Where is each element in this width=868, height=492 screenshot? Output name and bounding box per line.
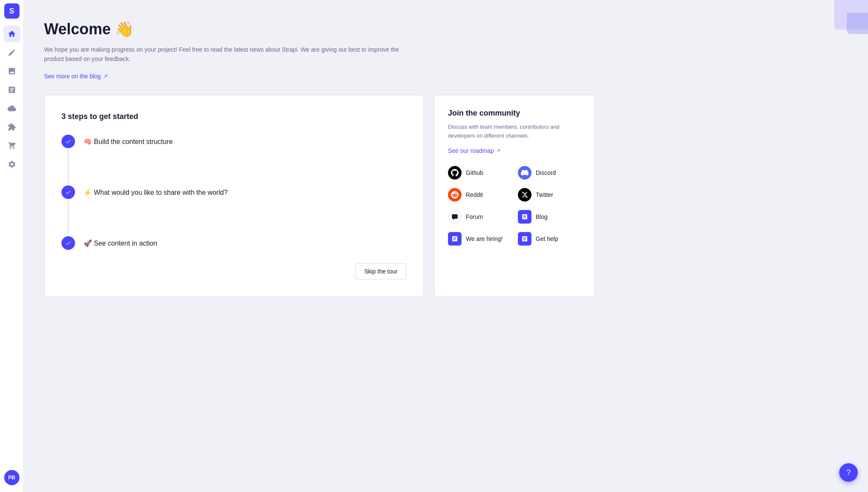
step-text-1: Build the content structure bbox=[94, 138, 172, 145]
sidebar-item-home[interactable] bbox=[3, 25, 20, 42]
reddit-icon bbox=[448, 188, 462, 202]
step-item-1: 🧠 Build the content structure bbox=[61, 135, 406, 185]
sidebar-item-cloud[interactable] bbox=[3, 100, 20, 117]
community-card-desc: Discuss with team members, contributors … bbox=[448, 123, 581, 141]
title-text: Welcome bbox=[44, 20, 111, 38]
roadmap-link-label: See our roadmap bbox=[448, 147, 494, 154]
community-link-hiring[interactable]: We are hiring! bbox=[448, 232, 511, 246]
steps-card-title: 3 steps to get started bbox=[61, 112, 406, 121]
reddit-label: Reddit bbox=[466, 191, 483, 198]
sidebar-item-content[interactable] bbox=[3, 44, 20, 61]
step-text-3: See content in action bbox=[94, 240, 157, 247]
sidebar-item-settings[interactable] bbox=[3, 156, 20, 173]
community-link-help[interactable]: Get help bbox=[518, 232, 581, 246]
step-icon-3: 🚀 bbox=[83, 240, 94, 247]
main-content: Welcome 👋 We hope you are making progres… bbox=[24, 0, 868, 492]
discord-icon bbox=[518, 166, 531, 180]
step-circle-3 bbox=[61, 236, 75, 250]
content-grid: 3 steps to get started 🧠 Build the conte… bbox=[44, 95, 595, 297]
blog-label: Blog bbox=[536, 213, 548, 220]
community-link-blog[interactable]: Blog bbox=[518, 210, 581, 224]
sidebar-item-media[interactable] bbox=[3, 63, 20, 80]
step-circle-1 bbox=[61, 135, 75, 148]
sidebar-bottom: PB bbox=[4, 470, 19, 489]
title-emoji: 👋 bbox=[115, 20, 134, 38]
hiring-icon bbox=[448, 232, 462, 246]
twitter-label: Twitter bbox=[536, 191, 553, 198]
help-label: Get help bbox=[536, 235, 558, 242]
fab-button[interactable]: ? bbox=[839, 463, 858, 482]
sidebar: S PB bbox=[0, 0, 24, 492]
external-link-icon: ↗ bbox=[103, 73, 108, 79]
step-item-2: ⚡ What would you like to share with the … bbox=[61, 185, 406, 236]
sidebar-item-pages[interactable] bbox=[3, 81, 20, 98]
community-link-github[interactable]: Github bbox=[448, 166, 511, 180]
blog-link-label: See more on the blog bbox=[44, 73, 101, 80]
step-label-2: ⚡ What would you like to share with the … bbox=[83, 185, 228, 197]
blog-link[interactable]: See more on the blog ↗ bbox=[44, 73, 108, 80]
community-card: Join the community Discuss with team mem… bbox=[434, 95, 595, 297]
sidebar-logo[interactable]: S bbox=[4, 3, 19, 19]
skip-tour-button[interactable]: Skip the tour bbox=[355, 263, 406, 279]
forum-label: Forum bbox=[466, 213, 483, 220]
step-list: 🧠 Build the content structure ⚡ Wha bbox=[61, 135, 406, 250]
github-label: Github bbox=[466, 169, 483, 176]
roadmap-link[interactable]: See our roadmap ↗ bbox=[448, 147, 501, 154]
forum-icon bbox=[448, 210, 462, 224]
hiring-label: We are hiring! bbox=[466, 235, 503, 242]
community-link-twitter[interactable]: Twitter bbox=[518, 188, 581, 202]
step-item-3: 🚀 See content in action bbox=[61, 236, 406, 250]
sidebar-item-cart[interactable] bbox=[3, 137, 20, 154]
step-circle-2 bbox=[61, 185, 75, 199]
discord-label: Discord bbox=[536, 169, 556, 176]
user-avatar[interactable]: PB bbox=[4, 470, 19, 485]
fab-icon: ? bbox=[846, 468, 851, 477]
step-line-2 bbox=[68, 201, 69, 235]
help-icon bbox=[518, 232, 531, 246]
page-title: Welcome 👋 bbox=[44, 20, 848, 38]
twitter-icon bbox=[518, 188, 531, 202]
logo-text: S bbox=[9, 7, 14, 16]
community-link-discord[interactable]: Discord bbox=[518, 166, 581, 180]
step-label-1: 🧠 Build the content structure bbox=[83, 135, 172, 146]
sidebar-nav bbox=[3, 25, 20, 470]
step-icon-2: ⚡ bbox=[83, 189, 94, 196]
github-icon bbox=[448, 166, 462, 180]
community-link-reddit[interactable]: Reddit bbox=[448, 188, 511, 202]
step-connector-3 bbox=[61, 236, 75, 250]
sidebar-item-plugins[interactable] bbox=[3, 119, 20, 135]
blog-icon bbox=[518, 210, 531, 224]
step-label-3: 🚀 See content in action bbox=[83, 236, 157, 248]
community-link-forum[interactable]: Forum bbox=[448, 210, 511, 224]
skip-tour-row: Skip the tour bbox=[61, 263, 406, 279]
steps-card: 3 steps to get started 🧠 Build the conte… bbox=[44, 95, 424, 297]
step-connector-2 bbox=[61, 185, 75, 236]
community-links-grid: Github Discord Reddit bbox=[448, 166, 581, 246]
step-connector-1 bbox=[61, 135, 75, 185]
step-line-1 bbox=[68, 150, 69, 184]
page-subtitle: We hope you are making progress on your … bbox=[44, 45, 400, 64]
step-text-2: What would you like to share with the wo… bbox=[94, 189, 228, 196]
community-card-title: Join the community bbox=[448, 109, 581, 118]
step-icon-1: 🧠 bbox=[83, 138, 94, 145]
roadmap-external-icon: ↗ bbox=[496, 148, 501, 154]
